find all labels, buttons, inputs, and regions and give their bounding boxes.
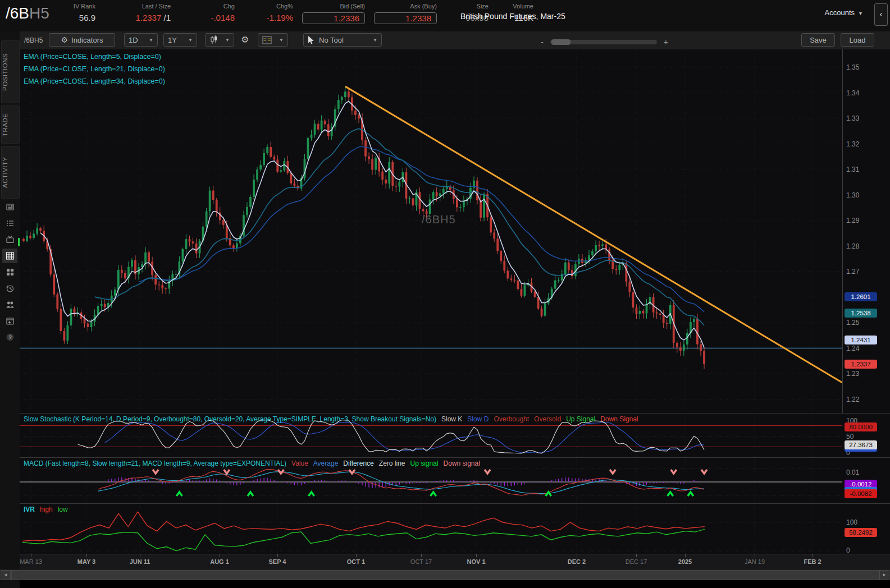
main-price-chart[interactable]: EMA (Price=CLOSE, Length=5, Displace=0)E… xyxy=(20,49,890,413)
quote-field-iv-rank: IV Rank56.9 xyxy=(56,3,95,22)
time-axis-tick xyxy=(577,554,577,557)
stochastic-legend-oversold: Oversold xyxy=(534,415,561,423)
symbol-contract-code: H5 xyxy=(29,4,49,22)
indicators-icon: ⚙ xyxy=(61,35,69,44)
time-axis-label: JAN 19 xyxy=(745,558,765,565)
time-axis-label: OCT 1 xyxy=(347,558,365,565)
list-icon[interactable] xyxy=(2,216,17,231)
range-dropdown[interactable]: 1Y▼ xyxy=(163,33,197,47)
ivr-study-title[interactable]: IVR xyxy=(24,506,35,513)
quote-field-chg%: Chg%-1.19% xyxy=(244,3,293,22)
macd-legend-difference: Difference xyxy=(343,460,373,467)
price-axis-label: 1.33 xyxy=(846,114,859,122)
scroll-right-button[interactable]: ► xyxy=(879,570,889,580)
grid-icon[interactable] xyxy=(2,265,17,279)
zoom-slider[interactable] xyxy=(550,40,657,44)
chevron-down-icon: ▼ xyxy=(220,38,230,43)
price-axis-label: 1.35 xyxy=(846,63,859,71)
zoom-in-button[interactable]: + xyxy=(664,38,668,47)
time-axis-tick xyxy=(421,554,422,557)
ivr-axis-label: 0 xyxy=(846,546,850,554)
quote-field-label: Size xyxy=(446,3,489,12)
time-axis-tick xyxy=(86,554,87,557)
price-axis-label: 1.24 xyxy=(846,344,859,352)
time-axis-tick xyxy=(813,554,813,557)
scrollbar-thumb[interactable] xyxy=(11,570,879,580)
quote-price-box[interactable]: 1.2338 xyxy=(374,12,437,24)
stochastic-legend-slow-k: Slow K xyxy=(441,415,462,423)
accounts-menu[interactable]: Accounts▼ xyxy=(825,8,863,17)
candlestick-chart-canvas[interactable] xyxy=(20,49,842,413)
history-clock-icon[interactable] xyxy=(2,281,17,296)
macd-legend-zero-line: Zero line xyxy=(379,460,405,467)
spreadsheet-icon[interactable] xyxy=(2,249,17,263)
people-icon[interactable] xyxy=(2,297,17,312)
time-axis-tick xyxy=(476,554,477,557)
ivr-panel: IVRhighlow 100058.2492 xyxy=(20,503,890,554)
tv-icon[interactable] xyxy=(2,232,17,247)
stochastic-study-title[interactable]: Slow Stochastic (K Period=14, D Period=9… xyxy=(24,415,436,423)
chart-toolbar: /6BH5 ⚙ Indicators 1D▼ 1Y▼ ▼ ⚙ ▼ xyxy=(20,31,890,50)
cursor-arrow-icon xyxy=(308,36,314,44)
time-axis-tick xyxy=(636,554,637,557)
sidebar-tab-trade[interactable]: TRADE xyxy=(1,105,20,144)
stochastic-value-badge: 80.0000 xyxy=(845,422,877,431)
time-axis-label: DEC 2 xyxy=(568,558,586,565)
chart-settings-gear-icon[interactable]: ⚙ xyxy=(241,34,249,45)
time-axis-label: FEB 2 xyxy=(804,558,821,565)
zoom-out-button[interactable]: - xyxy=(541,38,544,47)
horizontal-scrollbar[interactable]: ◄ ► xyxy=(0,569,890,580)
zoom-slider-thumb[interactable] xyxy=(551,39,570,45)
sidebar-tab-positions[interactable]: POSITIONS xyxy=(1,40,20,103)
save-button[interactable]: Save xyxy=(801,33,835,47)
sidebar-tab-activity[interactable]: ACTIVITY xyxy=(1,146,20,199)
quote-field-label: Chg% xyxy=(244,3,293,12)
macd-value-badge: -0.0082 xyxy=(845,489,877,498)
timeframe-dropdown[interactable]: 1D▼ xyxy=(124,33,158,47)
price-axis-label: 1.28 xyxy=(846,242,859,250)
macd-axis-label: 0.01 xyxy=(846,468,859,476)
time-axis-label: JUN 11 xyxy=(130,558,150,565)
macd-study-title[interactable]: MACD (Fast length=8, Slow length=21, MAC… xyxy=(24,460,286,467)
ema-label-1[interactable]: EMA (Price=CLOSE, Length=21, Displace=0) xyxy=(24,63,165,75)
quote-field-chg: Chg-.0148 xyxy=(180,3,235,22)
time-axis-tick xyxy=(685,554,686,557)
price-badge: 1.2538 xyxy=(845,309,877,318)
collapse-panel-button[interactable]: ‹ xyxy=(874,3,888,26)
drawing-tool-dropdown[interactable]: No Tool▼ xyxy=(303,33,382,47)
chevron-down-icon: ▼ xyxy=(858,11,863,16)
quote-field-value: -1.19% xyxy=(244,13,293,22)
price-axis-label: 1.34 xyxy=(846,89,859,97)
load-button[interactable]: Load xyxy=(841,33,874,47)
calendar-return-icon[interactable] xyxy=(2,314,17,328)
quote-field-label: Chg xyxy=(180,3,235,12)
ema-label-0[interactable]: EMA (Price=CLOSE, Length=5, Displace=0) xyxy=(24,50,165,63)
indicators-button[interactable]: ⚙ Indicators xyxy=(49,33,115,47)
product-name: British Pound Futures, Mar-25 xyxy=(460,12,565,21)
chart-layout-dropdown[interactable]: ▼ xyxy=(258,33,288,47)
macd-legend-down-signal: Down signal xyxy=(444,460,480,467)
news-icon[interactable] xyxy=(2,200,17,214)
time-axis-tick xyxy=(31,554,31,557)
chevron-down-icon: ▼ xyxy=(143,38,153,43)
scroll-left-button[interactable]: ◄ xyxy=(1,570,11,580)
quote-field-label: IV Rank xyxy=(56,3,95,12)
macd-legend-value: Value xyxy=(291,460,308,467)
ema-study-labels[interactable]: EMA (Price=CLOSE, Length=5, Displace=0)E… xyxy=(24,50,165,88)
time-axis-label: NOV 1 xyxy=(467,558,485,565)
trading-app-window: /6BH5 IV Rank56.9Last / Size1.2337 /1Chg… xyxy=(0,0,890,588)
stochastic-axis-label: 50 xyxy=(846,433,854,440)
quote-field-value: -.0148 xyxy=(180,13,235,22)
ivr-legend-high: high xyxy=(40,506,53,513)
quote-field-ask-buy-: Ask (Buy)1.2338 xyxy=(374,3,437,24)
stochastic-panel: Slow Stochastic (K Period=14, D Period=9… xyxy=(20,413,890,457)
quote-price-box[interactable]: 1.2336 xyxy=(302,12,365,24)
quote-field-label: Last / Size xyxy=(104,3,171,12)
price-axis-label: 1.32 xyxy=(846,140,859,148)
ema-label-2[interactable]: EMA (Price=CLOSE, Length=34, Displace=0) xyxy=(24,75,165,88)
help-icon[interactable]: ? xyxy=(2,330,17,344)
chevron-down-icon: ▼ xyxy=(182,38,193,43)
ivr-canvas[interactable] xyxy=(20,504,842,554)
svg-text:?: ? xyxy=(8,334,11,340)
chart-type-dropdown[interactable]: ▼ xyxy=(205,33,234,47)
